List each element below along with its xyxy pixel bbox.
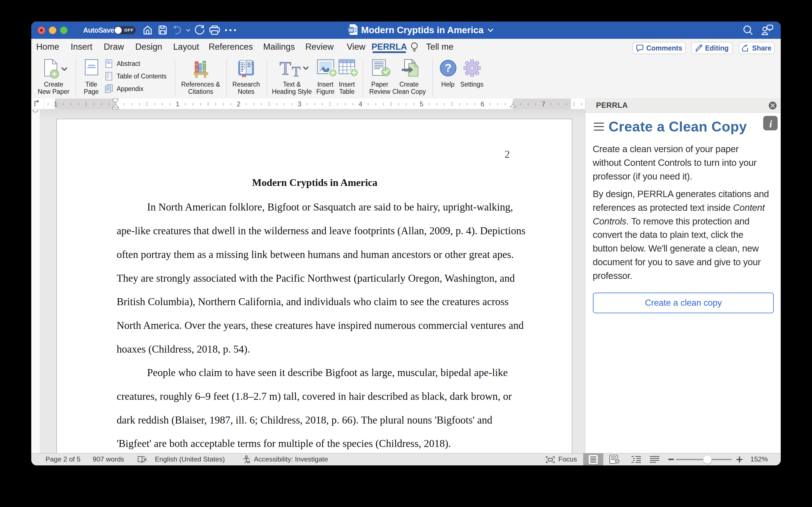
svg-text:W: W [349,27,353,33]
svg-text:1: 1 [176,100,179,108]
svg-text:4: 4 [359,100,362,108]
svg-text:1: 1 [54,100,58,108]
svg-text:7: 7 [542,100,545,108]
svg-text:T: T [279,58,291,78]
svg-text:T: T [292,64,301,78]
svg-text:5: 5 [420,100,423,108]
svg-text:6: 6 [481,100,484,108]
svg-text:2: 2 [237,100,240,108]
svg-text:3: 3 [298,100,301,108]
svg-text:?: ? [445,62,451,74]
